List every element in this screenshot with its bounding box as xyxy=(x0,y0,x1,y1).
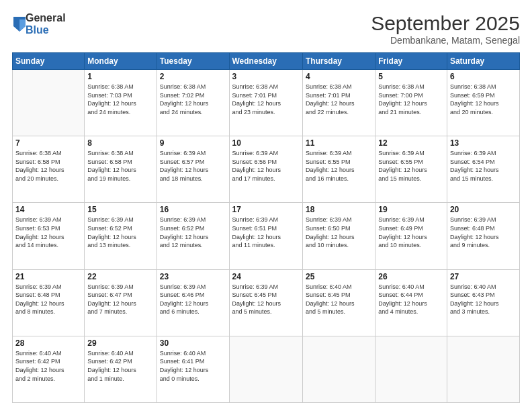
day-number: 30 xyxy=(160,338,226,348)
calendar-weekday-friday: Friday xyxy=(375,53,447,70)
day-info: Sunrise: 6:40 AM Sunset: 6:45 PM Dayligh… xyxy=(306,283,372,316)
day-info: Sunrise: 6:39 AM Sunset: 6:56 PM Dayligh… xyxy=(232,149,300,183)
day-info: Sunrise: 6:39 AM Sunset: 6:46 PM Dayligh… xyxy=(160,283,226,316)
day-info: Sunrise: 6:39 AM Sunset: 6:48 PM Dayligh… xyxy=(15,283,81,316)
calendar-cell: 20Sunrise: 6:39 AM Sunset: 6:48 PM Dayli… xyxy=(447,203,519,269)
day-number: 20 xyxy=(450,205,517,214)
logo: General Blue xyxy=(12,12,66,36)
day-info: Sunrise: 6:40 AM Sunset: 6:42 PM Dayligh… xyxy=(15,349,81,383)
page: General Blue September 2025 Dembankane, … xyxy=(0,0,532,411)
day-info: Sunrise: 6:39 AM Sunset: 6:48 PM Dayligh… xyxy=(450,216,517,249)
header: General Blue September 2025 Dembankane, … xyxy=(12,12,520,46)
day-info: Sunrise: 6:39 AM Sunset: 6:54 PM Dayligh… xyxy=(450,149,517,183)
calendar-cell: 3Sunrise: 6:38 AM Sunset: 7:01 PM Daylig… xyxy=(229,70,302,136)
day-info: Sunrise: 6:39 AM Sunset: 6:52 PM Dayligh… xyxy=(87,216,153,249)
day-number: 6 xyxy=(450,72,517,81)
calendar-cell xyxy=(375,336,447,402)
day-number: 14 xyxy=(15,205,81,214)
day-number: 24 xyxy=(232,272,300,281)
calendar-weekday-saturday: Saturday xyxy=(447,53,519,70)
calendar-cell: 23Sunrise: 6:39 AM Sunset: 6:46 PM Dayli… xyxy=(157,269,229,336)
day-info: Sunrise: 6:38 AM Sunset: 7:01 PM Dayligh… xyxy=(232,83,300,116)
calendar-cell: 16Sunrise: 6:39 AM Sunset: 6:52 PM Dayli… xyxy=(157,203,229,269)
day-info: Sunrise: 6:39 AM Sunset: 6:53 PM Dayligh… xyxy=(15,216,81,249)
calendar-cell: 10Sunrise: 6:39 AM Sunset: 6:56 PM Dayli… xyxy=(229,136,302,203)
day-number: 18 xyxy=(306,205,372,214)
calendar-cell xyxy=(229,336,302,402)
day-info: Sunrise: 6:40 AM Sunset: 6:43 PM Dayligh… xyxy=(450,283,517,316)
day-info: Sunrise: 6:39 AM Sunset: 6:49 PM Dayligh… xyxy=(378,216,444,249)
calendar-cell xyxy=(447,336,519,402)
calendar-weekday-wednesday: Wednesday xyxy=(229,53,302,70)
day-number: 23 xyxy=(160,272,226,281)
title-block: September 2025 Dembankane, Matam, Senega… xyxy=(371,12,520,46)
calendar-cell: 30Sunrise: 6:40 AM Sunset: 6:41 PM Dayli… xyxy=(157,336,229,402)
day-number: 12 xyxy=(378,138,444,148)
month-title: September 2025 xyxy=(371,12,520,35)
day-info: Sunrise: 6:40 AM Sunset: 6:42 PM Dayligh… xyxy=(87,349,153,383)
day-number: 21 xyxy=(15,272,81,281)
logo-icon xyxy=(13,17,26,32)
calendar-week-row: 28Sunrise: 6:40 AM Sunset: 6:42 PM Dayli… xyxy=(13,336,520,402)
day-number: 3 xyxy=(232,72,300,81)
calendar-cell: 17Sunrise: 6:39 AM Sunset: 6:51 PM Dayli… xyxy=(229,203,302,269)
day-info: Sunrise: 6:38 AM Sunset: 7:00 PM Dayligh… xyxy=(378,83,444,116)
day-info: Sunrise: 6:38 AM Sunset: 6:58 PM Dayligh… xyxy=(87,149,153,183)
day-number: 29 xyxy=(87,338,153,348)
calendar-header-row: SundayMondayTuesdayWednesdayThursdayFrid… xyxy=(13,53,520,70)
calendar-weekday-tuesday: Tuesday xyxy=(157,53,229,70)
calendar-cell: 2Sunrise: 6:38 AM Sunset: 7:02 PM Daylig… xyxy=(157,70,229,136)
day-number: 26 xyxy=(378,272,444,281)
day-number: 2 xyxy=(160,72,226,81)
day-info: Sunrise: 6:39 AM Sunset: 6:55 PM Dayligh… xyxy=(306,149,372,183)
calendar-cell: 6Sunrise: 6:38 AM Sunset: 6:59 PM Daylig… xyxy=(447,70,519,136)
calendar-cell: 26Sunrise: 6:40 AM Sunset: 6:44 PM Dayli… xyxy=(375,269,447,336)
calendar-cell: 29Sunrise: 6:40 AM Sunset: 6:42 PM Dayli… xyxy=(85,336,157,402)
calendar-cell xyxy=(302,336,375,402)
logo-text: General Blue xyxy=(26,12,66,36)
day-info: Sunrise: 6:38 AM Sunset: 6:58 PM Dayligh… xyxy=(15,149,81,183)
day-number: 8 xyxy=(87,138,153,148)
day-info: Sunrise: 6:39 AM Sunset: 6:51 PM Dayligh… xyxy=(232,216,300,249)
day-number: 19 xyxy=(378,205,444,214)
day-number: 5 xyxy=(378,72,444,81)
calendar-table: SundayMondayTuesdayWednesdayThursdayFrid… xyxy=(12,52,520,403)
day-number: 22 xyxy=(87,272,153,281)
day-number: 10 xyxy=(232,138,300,148)
calendar-cell: 27Sunrise: 6:40 AM Sunset: 6:43 PM Dayli… xyxy=(447,269,519,336)
calendar-cell: 8Sunrise: 6:38 AM Sunset: 6:58 PM Daylig… xyxy=(85,136,157,203)
calendar-week-row: 21Sunrise: 6:39 AM Sunset: 6:48 PM Dayli… xyxy=(13,269,520,336)
svg-marker-1 xyxy=(19,19,26,32)
day-info: Sunrise: 6:39 AM Sunset: 6:52 PM Dayligh… xyxy=(160,216,226,249)
day-number: 7 xyxy=(15,138,81,148)
day-number: 13 xyxy=(450,138,517,148)
day-number: 4 xyxy=(306,72,372,81)
calendar-cell xyxy=(13,70,85,136)
logo-blue: Blue xyxy=(26,24,66,36)
day-number: 17 xyxy=(232,205,300,214)
day-info: Sunrise: 6:39 AM Sunset: 6:57 PM Dayligh… xyxy=(160,149,226,183)
calendar-cell: 9Sunrise: 6:39 AM Sunset: 6:57 PM Daylig… xyxy=(157,136,229,203)
calendar-cell: 4Sunrise: 6:38 AM Sunset: 7:01 PM Daylig… xyxy=(302,70,375,136)
calendar-weekday-monday: Monday xyxy=(85,53,157,70)
day-info: Sunrise: 6:38 AM Sunset: 6:59 PM Dayligh… xyxy=(450,83,517,116)
day-number: 9 xyxy=(160,138,226,148)
calendar-weekday-thursday: Thursday xyxy=(302,53,375,70)
calendar-cell: 11Sunrise: 6:39 AM Sunset: 6:55 PM Dayli… xyxy=(302,136,375,203)
day-info: Sunrise: 6:39 AM Sunset: 6:55 PM Dayligh… xyxy=(378,149,444,183)
calendar-cell: 5Sunrise: 6:38 AM Sunset: 7:00 PM Daylig… xyxy=(375,70,447,136)
day-info: Sunrise: 6:40 AM Sunset: 6:44 PM Dayligh… xyxy=(378,283,444,316)
calendar-cell: 7Sunrise: 6:38 AM Sunset: 6:58 PM Daylig… xyxy=(13,136,85,203)
day-number: 16 xyxy=(160,205,226,214)
day-info: Sunrise: 6:39 AM Sunset: 6:45 PM Dayligh… xyxy=(232,283,300,316)
calendar-cell: 14Sunrise: 6:39 AM Sunset: 6:53 PM Dayli… xyxy=(13,203,85,269)
day-info: Sunrise: 6:39 AM Sunset: 6:47 PM Dayligh… xyxy=(87,283,153,316)
calendar-cell: 13Sunrise: 6:39 AM Sunset: 6:54 PM Dayli… xyxy=(447,136,519,203)
calendar-week-row: 7Sunrise: 6:38 AM Sunset: 6:58 PM Daylig… xyxy=(13,136,520,203)
calendar-cell: 1Sunrise: 6:38 AM Sunset: 7:03 PM Daylig… xyxy=(85,70,157,136)
calendar-cell: 12Sunrise: 6:39 AM Sunset: 6:55 PM Dayli… xyxy=(375,136,447,203)
calendar-cell: 28Sunrise: 6:40 AM Sunset: 6:42 PM Dayli… xyxy=(13,336,85,402)
day-info: Sunrise: 6:38 AM Sunset: 7:03 PM Dayligh… xyxy=(87,83,153,116)
day-number: 25 xyxy=(306,272,372,281)
calendar-cell: 22Sunrise: 6:39 AM Sunset: 6:47 PM Dayli… xyxy=(85,269,157,336)
